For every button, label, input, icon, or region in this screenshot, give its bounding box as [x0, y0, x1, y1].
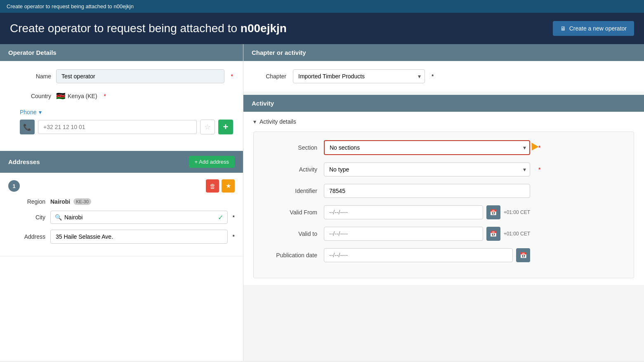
top-bar-text: Create operator to request being attache… — [7, 3, 134, 9]
city-check-icon: ✓ — [218, 214, 223, 221]
phone-input[interactable] — [38, 120, 197, 134]
name-row: Name * — [10, 69, 233, 83]
section-select[interactable]: No sections — [324, 140, 530, 155]
phone-star-button[interactable]: ☆ — [200, 120, 215, 134]
city-input[interactable] — [64, 211, 215, 223]
chapter-row: Chapter Imported Timber Products Other ▾… — [253, 69, 634, 83]
activity-header: Activity — [243, 95, 644, 112]
name-required: * — [231, 73, 233, 80]
phone-label[interactable]: Phone ▾ — [20, 109, 233, 115]
address-label: Address — [8, 233, 45, 240]
page-title: Create operator to request being attache… — [10, 22, 287, 35]
pub-date-date-row: 📅 — [324, 248, 530, 262]
section-row: Section No sections ▾ * — [264, 140, 624, 155]
pub-date-input[interactable] — [324, 248, 513, 262]
activity-header-text: Activity — [252, 100, 274, 107]
right-panel: Chapter or activity Chapter Imported Tim… — [243, 44, 644, 361]
activity-chevron-icon: ▾ — [253, 118, 256, 125]
card-actions: 🗑 ★ — [206, 179, 235, 193]
pub-date-row: Publication date 📅 — [264, 248, 624, 262]
region-badge: KE-30 — [73, 198, 91, 205]
valid-to-row: Valid to 📅 +01:00 CET — [264, 227, 624, 241]
create-new-operator-button[interactable]: 🖥 Create a new operator — [553, 21, 634, 36]
country-name: Kenya (KE) — [68, 93, 97, 99]
country-label: Country — [10, 93, 51, 99]
phone-add-button[interactable]: + — [218, 120, 233, 134]
chapter-required: * — [432, 73, 434, 80]
phone-row: 📞 ☆ + — [20, 120, 233, 134]
section-select-wrap: No sections ▾ — [324, 140, 530, 155]
region-label: Region — [8, 198, 45, 205]
city-row: City 🔍 ✓ * — [8, 211, 235, 224]
activity-type-label: Activity — [264, 166, 317, 173]
top-bar: Create operator to request being attache… — [0, 0, 644, 13]
add-address-label: + Add address — [195, 159, 229, 165]
city-required: * — [233, 214, 235, 221]
activity-section: Activity ▾ Activity details Section No — [243, 95, 644, 285]
chapter-label: Chapter — [253, 73, 286, 80]
chapter-select[interactable]: Imported Timber Products Other — [293, 69, 425, 83]
address-required: * — [233, 233, 235, 240]
chapter-header: Chapter or activity — [243, 44, 644, 61]
valid-to-label: Valid to — [264, 230, 317, 237]
address-card-header: 1 🗑 ★ — [8, 179, 235, 193]
activity-type-select[interactable]: No type — [324, 162, 530, 176]
activity-body: ▾ Activity details Section No sections ▾ — [243, 112, 644, 285]
section-label: Section — [264, 144, 317, 151]
chapter-section: Chapter or activity Chapter Imported Tim… — [243, 44, 644, 92]
left-panel: Operator Details Name * Country 🇰🇪 Kenya… — [0, 44, 243, 361]
delete-address-button[interactable]: 🗑 — [206, 179, 219, 193]
valid-from-date-row: 📅 +01:00 CET — [324, 205, 530, 219]
pub-date-label: Publication date — [264, 252, 317, 259]
operator-details-header: Operator Details — [0, 44, 243, 61]
valid-from-label: Valid From — [264, 209, 317, 216]
valid-to-timezone: +01:00 CET — [504, 231, 530, 237]
phone-icon: 📞 — [20, 120, 35, 134]
add-address-button[interactable]: + Add address — [189, 156, 235, 168]
page-header: Create operator to request being attache… — [0, 13, 644, 44]
city-label: City — [8, 214, 45, 221]
create-operator-btn-label: Create a new operator — [569, 25, 627, 32]
identifier-label: Identifier — [264, 188, 317, 194]
chapter-select-wrap: Imported Timber Products Other ▾ — [293, 69, 425, 83]
operator-details-body: Name * Country 🇰🇪 Kenya (KE) * Phone ▾ — [0, 61, 243, 151]
activity-details-label: Activity details — [259, 118, 296, 125]
valid-from-calendar-button[interactable]: 📅 — [486, 205, 500, 219]
valid-to-date-row: 📅 +01:00 CET — [324, 227, 530, 241]
phone-text: Phone — [20, 109, 36, 115]
activity-details-body: Section No sections ▾ * — [253, 132, 634, 278]
favorite-address-button[interactable]: ★ — [222, 179, 235, 193]
section-select-container: No sections ▾ — [324, 140, 530, 155]
country-flag: 🇰🇪 — [56, 92, 65, 101]
chapter-body: Chapter Imported Timber Products Other ▾… — [243, 61, 644, 92]
addresses-title: Addresses — [8, 158, 40, 165]
identifier-input[interactable] — [324, 184, 530, 198]
address-row: Address * — [8, 230, 235, 244]
country-required: * — [104, 93, 106, 99]
name-label: Name — [10, 73, 51, 80]
address-number: 1 — [8, 180, 20, 192]
region-row: Region Nairobi KE-30 — [8, 198, 235, 205]
page-title-prefix: Create operator to request being attache… — [10, 22, 241, 35]
activity-type-required: * — [538, 166, 540, 173]
identifier-row: Identifier — [264, 184, 624, 198]
valid-from-row: Valid From 📅 +01:00 CET — [264, 205, 624, 219]
country-value: 🇰🇪 Kenya (KE) — [56, 92, 97, 101]
city-search-icon: 🔍 — [55, 214, 62, 221]
section-required: * — [538, 144, 540, 151]
addresses-header: Addresses + Add address — [0, 151, 243, 173]
valid-to-calendar-button[interactable]: 📅 — [486, 227, 500, 241]
activity-type-row: Activity No type ▾ * — [264, 162, 624, 176]
pub-date-calendar-button[interactable]: 📅 — [516, 248, 530, 262]
address-input[interactable] — [50, 230, 228, 244]
valid-from-input[interactable] — [324, 205, 483, 219]
phone-chevron-icon: ▾ — [39, 109, 42, 115]
address-card: 1 🗑 ★ Region Nairobi KE-30 City 🔍 — [0, 173, 243, 256]
create-operator-icon: 🖥 — [560, 25, 566, 32]
city-input-wrap: 🔍 ✓ — [50, 211, 228, 224]
activity-details-toggle[interactable]: ▾ Activity details — [253, 118, 634, 125]
name-input[interactable] — [56, 69, 224, 83]
valid-from-timezone: +01:00 CET — [504, 209, 530, 215]
valid-to-input[interactable] — [324, 227, 483, 241]
country-row: Country 🇰🇪 Kenya (KE) * — [10, 92, 233, 101]
